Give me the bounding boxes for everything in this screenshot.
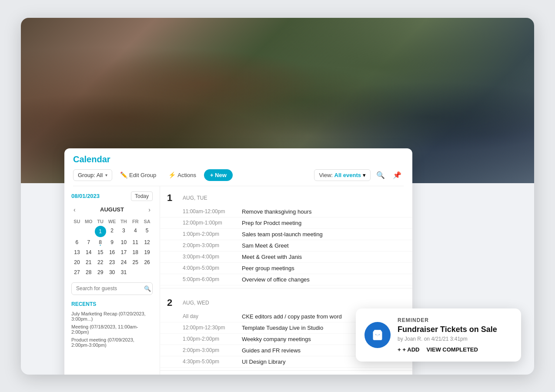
event-row[interactable]: 3:00pm-4:00pm Meet & Greet with Janis — [160, 251, 412, 263]
next-month-button[interactable]: › — [146, 205, 153, 214]
day-cell-31[interactable]: 31 — [118, 268, 130, 277]
day-cell — [71, 226, 83, 237]
day-cell-9[interactable]: 9 — [107, 238, 118, 247]
event-name: Meet & Greet with Janis — [242, 254, 302, 260]
event-row[interactable]: 1:00pm-2:00pm Sales team post-launch mee… — [160, 229, 412, 240]
view-dropdown[interactable]: View: All events ▾ — [314, 169, 371, 181]
mini-calendar: ‹ AUGUST › SU MO TU WE TH FR SA — [71, 205, 153, 277]
day-cell-16[interactable]: 16 — [107, 248, 118, 257]
event-name: Overview of office changes — [242, 276, 310, 283]
current-date: 08/01/2023 — [71, 193, 100, 199]
event-row[interactable]: 4:00pm-5:00pm Peer group meetings — [160, 263, 412, 274]
day-header-sa: SA — [141, 218, 153, 225]
event-row[interactable]: 5:00pm-6:00pm Overview of office changes — [160, 274, 412, 285]
day-header-th: TH — [118, 218, 130, 225]
event-time: 2:00pm-3:00pm — [183, 242, 235, 248]
mini-cal-header: ‹ AUGUST › — [71, 205, 153, 214]
event-time: 4:30pm-5:00pm — [183, 358, 235, 365]
day-number-2: 2 — [167, 297, 177, 308]
event-time: 5:00pm-6:00pm — [183, 276, 235, 282]
day-grid: SU MO TU WE TH FR SA 1 2 3 4 — [71, 218, 153, 277]
day-cell-3[interactable]: 3 — [118, 226, 130, 237]
day-cell-15[interactable]: 15 — [95, 248, 106, 257]
event-row[interactable]: 2:00pm-3:00pm Sam Meet & Greet — [160, 240, 412, 251]
day-cell-12[interactable]: 12 — [141, 238, 153, 247]
day-cell-24[interactable]: 24 — [118, 258, 130, 267]
event-time: 12:00pm-12:30pm — [183, 325, 235, 331]
group-label: Group: All — [78, 172, 103, 178]
date-nav: 08/01/2023 Today — [71, 191, 153, 201]
calendar-header: Calendar Group: All ▾ ✏️ Edit Group ⚡ Ac… — [64, 148, 412, 186]
day-cell-empty2 — [141, 268, 153, 277]
outer-container: Calendar Group: All ▾ ✏️ Edit Group ⚡ Ac… — [21, 18, 534, 375]
day-cell-25[interactable]: 25 — [130, 258, 141, 267]
day-cell-19[interactable]: 19 — [141, 248, 153, 257]
day-cell-14[interactable]: 14 — [83, 248, 94, 257]
day-cell-2[interactable]: 2 — [107, 226, 118, 237]
reminder-meta: by Joan R. on 4/21/21 3:41pm — [398, 336, 512, 342]
day-cell-10[interactable]: 10 — [118, 238, 130, 247]
day-cell-29[interactable]: 29 — [95, 268, 106, 277]
chevron-down-icon: ▾ — [105, 173, 107, 178]
reminder-add-button[interactable]: + + ADD — [398, 346, 419, 353]
event-time: 11:00am-12:00pm — [183, 208, 235, 214]
recent-item-1[interactable]: Meeting (07/18/2023, 11:00am-2:00pm) — [71, 323, 153, 336]
event-time: 1:00pm-2:00pm — [183, 231, 235, 237]
day-cell-5[interactable]: 5 — [141, 226, 153, 237]
calendar-toolbar: Group: All ▾ ✏️ Edit Group ⚡ Actions + N… — [73, 169, 404, 186]
day-label-row-3: 3 AUG, THU — [160, 373, 412, 375]
chevron-down-icon: ▾ — [363, 172, 366, 178]
day-cell-22[interactable]: 22 — [95, 258, 106, 267]
search-button[interactable]: 🔍 — [374, 169, 387, 181]
reminder-actions: + + ADD VIEW COMPLETED — [398, 346, 512, 353]
today-button[interactable]: Today — [131, 191, 153, 201]
day-cell-4[interactable]: 4 — [130, 226, 141, 237]
new-button[interactable]: + New — [204, 169, 233, 181]
event-name: Remove thanksgiving hours — [242, 208, 311, 215]
calendar-left: 08/01/2023 Today ‹ AUGUST › SU MO TU — [64, 186, 160, 375]
day-header-su: SU — [71, 218, 83, 225]
pin-button[interactable]: 📌 — [391, 169, 404, 181]
day-cell-17[interactable]: 17 — [118, 248, 130, 257]
reminder-title: Fundraiser Tickets on Sale — [398, 325, 512, 334]
group-dropdown[interactable]: Group: All ▾ — [73, 169, 112, 181]
reminder-view-button[interactable]: VIEW COMPLETED — [426, 346, 478, 353]
day-header-fr: FR — [130, 218, 141, 225]
day-cell — [83, 226, 94, 237]
day-cell-21[interactable]: 21 — [83, 258, 94, 267]
event-time: 2:00pm-3:00pm — [183, 347, 235, 353]
reminder-content: REMINDER Fundraiser Tickets on Sale by J… — [398, 317, 512, 353]
event-row[interactable]: 11:00am-12:00pm Remove thanksgiving hour… — [160, 206, 412, 218]
edit-group-button[interactable]: ✏️ Edit Group — [116, 169, 160, 181]
reminder-icon-circle — [364, 322, 391, 348]
day-cell-6[interactable]: 6 — [71, 238, 83, 247]
day-cell-11[interactable]: 11 — [130, 238, 141, 247]
day-header-we: WE — [107, 218, 118, 225]
recent-item-0[interactable]: July Marketing Recap (07/20/2023, 3:00pm… — [71, 310, 153, 323]
day-cell-28[interactable]: 28 — [83, 268, 94, 277]
event-name: Sales team post-launch meeting — [242, 231, 323, 238]
day-cell-20[interactable]: 20 — [71, 258, 83, 267]
day-cell-1[interactable]: 1 — [95, 226, 106, 237]
day-cell-26[interactable]: 26 — [141, 258, 153, 267]
calendar-title: Calendar — [73, 154, 404, 164]
event-name: Prep for Prodct meeting — [242, 220, 301, 226]
day-cell-13[interactable]: 13 — [71, 248, 83, 257]
day-cell-18[interactable]: 18 — [130, 248, 141, 257]
day-cell-7[interactable]: 7 — [83, 238, 94, 247]
event-name: UI Design Library — [242, 358, 285, 365]
actions-button[interactable]: ⚡ Actions — [164, 169, 201, 181]
day-cell-27[interactable]: 27 — [71, 268, 83, 277]
event-name: Template Tuesday Live in Studio — [242, 325, 323, 331]
edit-icon: ✏️ — [120, 171, 127, 178]
event-row[interactable]: 12:00pm-1:00pm Prep for Prodct meeting — [160, 218, 412, 229]
search-guests-input[interactable] — [76, 285, 141, 291]
search-guests: 🔍 — [71, 282, 153, 295]
recent-item-2[interactable]: Product meeting (07/09/2023, 2:00pm-3:00… — [71, 336, 153, 349]
day-info-1: AUG, TUE — [183, 192, 207, 201]
day-cell-23[interactable]: 23 — [107, 258, 118, 267]
day-cell-8[interactable]: 8 — [95, 238, 106, 247]
prev-month-button[interactable]: ‹ — [71, 205, 78, 214]
reminder-popup: REMINDER Fundraiser Tickets on Sale by J… — [356, 308, 521, 362]
day-cell-30[interactable]: 30 — [107, 268, 118, 277]
